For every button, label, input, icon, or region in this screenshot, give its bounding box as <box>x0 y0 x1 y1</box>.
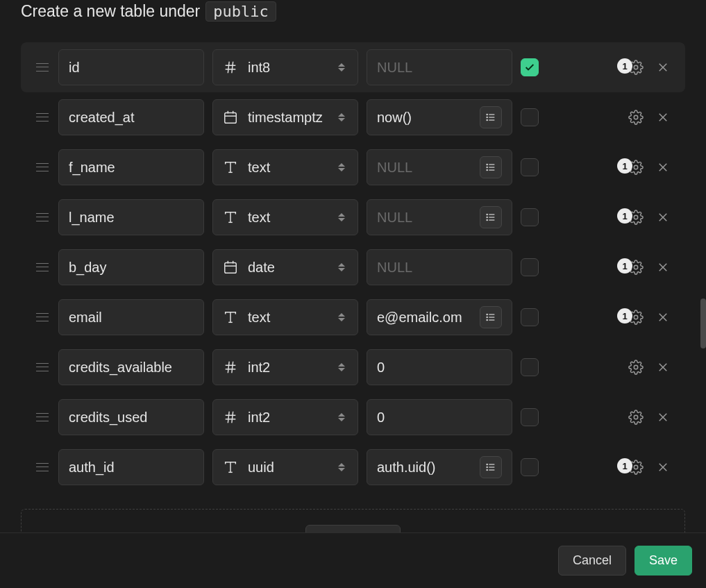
column-name-input[interactable] <box>69 260 194 276</box>
column-type-select[interactable]: uuid <box>212 449 358 485</box>
column-settings-button[interactable] <box>625 107 646 128</box>
column-name-input[interactable] <box>69 110 194 126</box>
remove-column-button[interactable] <box>655 459 671 476</box>
primary-key-checkbox[interactable] <box>521 158 539 176</box>
stepper-icon <box>338 63 348 72</box>
save-button[interactable]: Save <box>634 546 692 576</box>
column-settings-button[interactable] <box>625 357 646 378</box>
column-default-field[interactable]: NULL <box>367 149 512 185</box>
settings-badge: 1 <box>617 458 632 473</box>
column-settings-button[interactable]: 1 <box>625 257 646 278</box>
remove-column-button[interactable] <box>655 409 671 426</box>
column-name-field[interactable] <box>58 349 204 385</box>
column-name-input[interactable] <box>69 160 194 176</box>
add-column-button[interactable]: Add column <box>305 525 401 532</box>
column-default-value: 0 <box>377 360 502 376</box>
drag-handle-icon[interactable] <box>35 60 50 75</box>
column-name-input[interactable] <box>69 460 194 476</box>
column-default-field[interactable]: NULL <box>367 199 512 235</box>
drag-handle-icon[interactable] <box>35 410 50 425</box>
column-default-field[interactable]: 0 <box>367 349 512 385</box>
column-settings-button[interactable]: 1 <box>625 307 646 328</box>
column-settings-button[interactable]: 1 <box>625 157 646 178</box>
remove-column-button[interactable] <box>655 59 671 76</box>
text-icon <box>223 460 238 475</box>
column-type-select[interactable]: int8 <box>212 49 358 85</box>
primary-key-checkbox[interactable] <box>521 408 539 426</box>
column-type-label: text <box>248 310 270 326</box>
remove-column-button[interactable] <box>655 259 671 276</box>
column-name-input[interactable] <box>69 60 194 76</box>
list-icon[interactable] <box>480 456 502 478</box>
column-name-input[interactable] <box>69 360 194 376</box>
primary-key-checkbox[interactable] <box>521 108 539 126</box>
drag-handle-icon[interactable] <box>35 210 50 225</box>
column-name-field[interactable] <box>58 149 204 185</box>
column-name-field[interactable] <box>58 249 204 285</box>
primary-key-checkbox[interactable] <box>521 358 539 376</box>
column-type-select[interactable]: text <box>212 299 358 335</box>
primary-key-checkbox[interactable] <box>521 308 539 326</box>
column-default-field[interactable]: now() <box>367 99 512 135</box>
column-type-select[interactable]: date <box>212 249 358 285</box>
drag-handle-icon[interactable] <box>35 160 50 175</box>
column-type-label: int2 <box>248 360 270 376</box>
column-type-select[interactable]: text <box>212 149 358 185</box>
column-default-field[interactable]: NULL <box>367 49 512 85</box>
stepper-icon <box>338 363 348 371</box>
column-name-field[interactable] <box>58 199 204 235</box>
drag-handle-icon[interactable] <box>35 260 50 275</box>
column-name-input[interactable] <box>69 410 194 426</box>
calendar-icon <box>223 260 238 275</box>
column-name-field[interactable] <box>58 99 204 135</box>
column-type-label: int2 <box>248 410 270 426</box>
list-icon[interactable] <box>480 306 502 328</box>
text-icon <box>223 210 238 225</box>
column-type-select[interactable]: int2 <box>212 349 358 385</box>
column-settings-button[interactable]: 1 <box>625 207 646 228</box>
column-default-field[interactable]: e@emailc.om <box>367 299 512 335</box>
column-row: int8 NULL 1 <box>21 42 685 92</box>
column-name-field[interactable] <box>58 449 204 485</box>
primary-key-checkbox[interactable] <box>521 58 539 76</box>
remove-column-button[interactable] <box>655 109 671 126</box>
remove-column-button[interactable] <box>655 309 671 326</box>
column-settings-button[interactable]: 1 <box>625 57 646 78</box>
column-name-input[interactable] <box>69 310 194 326</box>
drag-handle-icon[interactable] <box>35 460 50 475</box>
column-name-field[interactable] <box>58 49 204 85</box>
column-default-field[interactable]: 0 <box>367 399 512 435</box>
drag-handle-icon[interactable] <box>35 360 50 375</box>
list-icon[interactable] <box>480 106 502 128</box>
settings-badge: 1 <box>617 258 632 274</box>
list-icon[interactable] <box>480 206 502 228</box>
column-name-field[interactable] <box>58 299 204 335</box>
remove-column-button[interactable] <box>655 159 671 176</box>
remove-column-button[interactable] <box>655 359 671 376</box>
remove-column-button[interactable] <box>655 209 671 226</box>
column-row: int2 0 <box>21 342 685 392</box>
column-settings-button[interactable] <box>625 407 646 428</box>
settings-badge: 1 <box>617 58 632 74</box>
primary-key-checkbox[interactable] <box>521 258 539 276</box>
list-icon[interactable] <box>480 156 502 178</box>
scrollbar-thumb[interactable] <box>700 299 706 348</box>
column-settings-button[interactable]: 1 <box>625 457 646 478</box>
stepper-icon <box>338 163 348 171</box>
column-name-input[interactable] <box>69 210 194 226</box>
hash-icon <box>223 410 238 425</box>
drag-handle-icon[interactable] <box>35 110 50 125</box>
hash-icon <box>223 60 238 75</box>
primary-key-checkbox[interactable] <box>521 458 539 476</box>
column-default-field[interactable]: NULL <box>367 249 512 285</box>
drag-handle-icon[interactable] <box>35 310 50 325</box>
column-type-select[interactable]: int2 <box>212 399 358 435</box>
column-name-field[interactable] <box>58 399 204 435</box>
column-type-select[interactable]: text <box>212 199 358 235</box>
primary-key-checkbox[interactable] <box>521 208 539 226</box>
column-default-field[interactable]: auth.uid() <box>367 449 512 485</box>
close-icon <box>657 211 669 224</box>
cancel-button[interactable]: Cancel <box>558 546 626 576</box>
column-type-select[interactable]: timestamptz <box>212 99 358 135</box>
stepper-icon <box>338 113 348 121</box>
